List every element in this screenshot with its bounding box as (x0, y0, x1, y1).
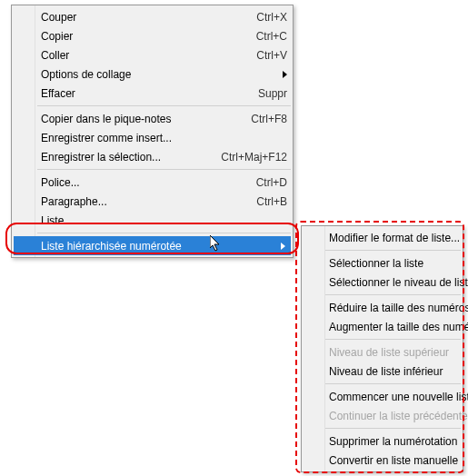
menu-label: Couper (41, 11, 245, 24)
menu-item-copy[interactable]: Copier Ctrl+C (12, 26, 293, 45)
menu-item-cut[interactable]: Couper Ctrl+X (12, 7, 293, 26)
menu-separator (37, 105, 291, 106)
menu-label: Liste... (41, 214, 287, 227)
menu-item-save-as-insert[interactable]: Enregistrer comme insert... (12, 128, 293, 147)
menu-item-level-down[interactable]: Niveau de liste inférieur (302, 362, 463, 381)
menu-label: Options de collage (41, 68, 275, 81)
menu-item-remove-numbering[interactable]: Supprimer la numérotation (302, 431, 463, 451)
menu-shortcut: Ctrl+B (256, 195, 287, 208)
context-menu-main: Couper Ctrl+X Copier Ctrl+C Coller Ctrl+… (11, 5, 294, 258)
menu-label: Sélectionner la liste (329, 257, 457, 270)
menu-separator (325, 383, 461, 384)
menu-separator (325, 428, 461, 429)
menu-label: Réduire la taille des numéros (329, 302, 468, 314)
menu-separator (37, 169, 291, 170)
menu-label: Enregistrer comme insert... (41, 132, 287, 144)
menu-item-font[interactable]: Police... Ctrl+D (12, 173, 293, 192)
menu-item-copy-clipboard[interactable]: Copier dans le pique-notes Ctrl+F8 (12, 109, 293, 128)
menu-label: Convertir en liste manuelle (329, 454, 458, 467)
menu-item-select-list-level[interactable]: Sélectionner le niveau de liste (302, 273, 463, 292)
menu-item-select-list[interactable]: Sélectionner la liste (302, 253, 463, 273)
menu-item-paste[interactable]: Coller Ctrl+V (12, 45, 293, 64)
menu-shortcut: Suppr (258, 87, 287, 100)
menu-label: Sélectionner le niveau de liste (329, 276, 468, 289)
menu-separator (325, 250, 461, 251)
menu-item-modify-list-format[interactable]: Modifier le format de liste... (302, 228, 463, 247)
context-menu-sub: Modifier le format de liste... Sélection… (301, 225, 463, 472)
menu-label: Copier dans le pique-notes (41, 113, 240, 125)
menu-label: Niveau de liste inférieur (329, 365, 457, 378)
menu-item-decrease-number-size[interactable]: Réduire la taille des numéros (302, 298, 463, 317)
menu-shortcut: Ctrl+V (256, 49, 287, 62)
menu-label: Liste hiérarchisée numérotée (41, 240, 274, 253)
menu-label: Coller (41, 49, 245, 62)
menu-label: Enregistrer la sélection... (41, 151, 210, 164)
menu-label: Effacer (41, 87, 247, 100)
menu-item-start-new-list[interactable]: Commencer une nouvelle liste (302, 387, 463, 406)
menu-label: Modifier le format de liste... (329, 232, 460, 244)
menu-label: Augmenter la taille des numéros (329, 321, 468, 333)
menu-label: Commencer une nouvelle liste (329, 391, 468, 403)
submenu-arrow-icon (281, 243, 285, 250)
menu-item-clear[interactable]: Effacer Suppr (12, 84, 293, 103)
menu-item-convert-manual-list[interactable]: Convertir en liste manuelle (302, 451, 463, 470)
menu-item-list[interactable]: Liste... (12, 211, 293, 230)
menu-separator (325, 294, 461, 295)
menu-item-paragraph[interactable]: Paragraphe... Ctrl+B (12, 192, 293, 211)
menu-shortcut: Ctrl+F8 (251, 113, 287, 125)
menu-label: Continuer la liste précédente (329, 410, 468, 422)
menu-item-level-up: Niveau de liste supérieur (302, 342, 463, 362)
menu-shortcut: Ctrl+C (256, 30, 287, 43)
menu-item-increase-number-size[interactable]: Augmenter la taille des numéros (302, 317, 463, 336)
menu-label: Copier (41, 30, 245, 43)
menu-item-numbered-outline-list[interactable]: Liste hiérarchisée numérotée (14, 236, 291, 255)
menu-label: Supprimer la numérotation (329, 435, 457, 448)
menu-item-continue-list: Continuer la liste précédente (302, 406, 463, 425)
menu-item-paste-options[interactable]: Options de collage (12, 64, 293, 84)
menu-separator (37, 233, 291, 233)
menu-label: Niveau de liste supérieur (329, 346, 457, 359)
submenu-arrow-icon (283, 71, 287, 78)
menu-separator (325, 339, 461, 340)
menu-shortcut: Ctrl+X (256, 11, 287, 24)
menu-shortcut: Ctrl+Maj+F12 (221, 151, 287, 164)
menu-item-save-selection[interactable]: Enregistrer la sélection... Ctrl+Maj+F12 (12, 147, 293, 166)
menu-shortcut: Ctrl+D (256, 176, 287, 189)
menu-label: Police... (41, 176, 245, 189)
menu-label: Paragraphe... (41, 195, 245, 208)
